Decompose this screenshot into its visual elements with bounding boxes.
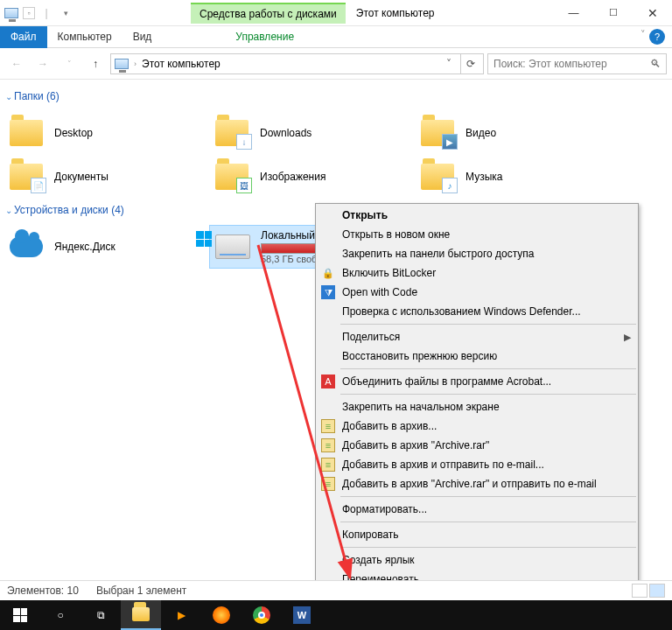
item-label: Яндекс.Диск (54, 241, 116, 253)
folder-music[interactable]: ♪Музыка (415, 155, 620, 199)
minimize-button[interactable]: — (554, 0, 593, 26)
folder-images[interactable]: 🖼Изображения (209, 155, 415, 199)
up-button[interactable]: ↑ (84, 52, 107, 75)
submenu-arrow-icon: ▶ (624, 332, 631, 343)
folder-video[interactable]: ▶Видео (415, 111, 620, 155)
window-controls: — ☐ ✕ (554, 0, 672, 26)
ctx-copy[interactable]: Копировать (316, 525, 638, 544)
search-placeholder: Поиск: Этот компьютер (494, 58, 607, 70)
ctx-open-new-window[interactable]: Открыть в новом окне (316, 225, 638, 244)
view-tiles-button[interactable] (649, 584, 665, 598)
ctx-add-archive[interactable]: ≡Добавить в архив... (316, 416, 638, 436)
chevron-right-icon: › (134, 60, 136, 68)
recent-dropdown[interactable]: ˅ (58, 52, 80, 75)
folder-documents[interactable]: 📄Документы (4, 155, 209, 199)
address-bar[interactable]: › Этот компьютер ˅ ⟳ (110, 53, 484, 74)
ctx-pin-quick-access[interactable]: Закрепить на панели быстрого доступа (316, 244, 638, 263)
separator (340, 394, 636, 395)
item-label: Документы (54, 171, 108, 183)
ctx-archive-email[interactable]: ≡Добавить в архив и отправить по e-mail.… (316, 455, 638, 474)
search-icon: 🔍︎ (650, 58, 661, 70)
status-bar: Элементов: 10 Выбран 1 элемент (0, 580, 672, 600)
separator (340, 547, 636, 548)
start-button[interactable] (0, 600, 40, 630)
ctx-open[interactable]: Открыть (316, 206, 638, 225)
word-icon: W (293, 606, 311, 624)
ctx-open-with-code[interactable]: ⧩Open with Code (316, 283, 638, 302)
ctx-add-archive-rar[interactable]: ≡Добавить в архив "Archive.rar" (316, 436, 638, 455)
bitlocker-icon: 🔒 (321, 266, 335, 280)
taskbar-word[interactable]: W (282, 600, 322, 630)
ribbon-collapse-icon[interactable]: ˅ (640, 29, 646, 40)
tab-file[interactable]: Файл (0, 26, 47, 48)
status-selected: Выбран 1 элемент (96, 584, 186, 597)
folder-downloads[interactable]: ↓Downloads (209, 111, 415, 155)
window-title: Этот компьютер (356, 7, 435, 19)
tab-manage[interactable]: Управление (225, 26, 304, 48)
ribbon-tabs: Файл Компьютер Вид Управление ˅ ? (0, 26, 672, 48)
tab-computer[interactable]: Компьютер (47, 26, 122, 48)
taskbar-media-player[interactable]: ▶ (161, 600, 201, 630)
chevron-down-icon: ⌄ (5, 92, 12, 102)
refresh-button[interactable]: ⟳ (460, 54, 480, 74)
qat-divider-icon: | (38, 5, 54, 21)
ctx-bitlocker[interactable]: 🔒Включить BitLocker (316, 263, 638, 283)
item-label: Downloads (260, 127, 312, 139)
item-label: Изображения (260, 171, 326, 183)
folders-section-label: Папки (6) (14, 90, 60, 102)
taskbar: ○ ⧉ ▶ W (0, 600, 672, 630)
ctx-windows-defender[interactable]: Проверка с использованием Windows Defend… (316, 302, 638, 321)
drive-yandex-disk[interactable]: Яндекс.Диск (4, 225, 209, 269)
devices-section-label: Устройства и диски (4) (14, 204, 124, 216)
qat-btn[interactable]: ▫ (23, 7, 35, 19)
folders-grid: Desktop ↓Downloads ▶Видео 📄Документы 🖼Из… (4, 111, 668, 199)
status-item-count: Элементов: 10 (7, 584, 79, 597)
folder-icon (132, 607, 150, 621)
qat-dropdown-icon[interactable]: ▾ (58, 5, 74, 21)
ctx-create-shortcut[interactable]: Создать ярлык (316, 550, 638, 570)
item-label: Desktop (54, 127, 93, 139)
contextual-tab-disk-tools[interactable]: Средства работы с дисками (191, 3, 346, 24)
images-overlay-icon: 🖼 (236, 178, 252, 193)
search-taskbar-button[interactable]: ○ (40, 600, 80, 630)
ctx-format[interactable]: Форматировать... (316, 500, 638, 519)
music-overlay-icon: ♪ (442, 178, 458, 193)
forward-button[interactable]: → (32, 52, 54, 75)
separator (340, 522, 636, 522)
ctx-restore-previous[interactable]: Восстановить прежнюю версию (316, 346, 638, 366)
address-pc-icon (115, 59, 129, 69)
quick-access-toolbar: ▫ | ▾ (0, 5, 77, 21)
view-details-button[interactable] (632, 584, 648, 598)
navigation-row: ← → ˅ ↑ › Этот компьютер ˅ ⟳ Поиск: Этот… (0, 48, 672, 80)
windows-logo-icon (13, 608, 27, 622)
download-overlay-icon: ↓ (236, 134, 252, 150)
task-view-button[interactable]: ⧉ (80, 600, 121, 630)
ctx-pin-start[interactable]: Закрепить на начальном экране (316, 397, 638, 416)
taskbar-explorer[interactable] (121, 600, 161, 630)
documents-overlay-icon: 📄 (31, 178, 46, 193)
search-icon: ○ (57, 609, 63, 621)
windows-flag-icon (196, 231, 212, 247)
close-button[interactable]: ✕ (633, 0, 672, 26)
taskbar-firefox[interactable] (201, 600, 242, 630)
separator (340, 496, 636, 497)
item-label: Видео (466, 127, 496, 139)
ctx-acrobat-combine[interactable]: AОбъединить файлы в программе Acrobat... (316, 372, 638, 391)
help-icon[interactable]: ? (649, 29, 665, 45)
video-overlay-icon: ▶ (442, 134, 458, 150)
ctx-share[interactable]: Поделиться▶ (316, 327, 638, 346)
tab-view[interactable]: Вид (122, 26, 163, 48)
context-menu: Открыть Открыть в новом окне Закрепить н… (315, 203, 639, 617)
separator (340, 324, 636, 325)
folder-desktop[interactable]: Desktop (4, 111, 209, 155)
ctx-archive-rar-email[interactable]: ≡Добавить в архив "Archive.rar" и отправ… (316, 474, 638, 494)
folders-section-header[interactable]: ⌄ Папки (6) (4, 85, 668, 111)
back-button[interactable]: ← (5, 52, 28, 75)
search-input[interactable]: Поиск: Этот компьютер 🔍︎ (487, 53, 667, 74)
address-dropdown-icon[interactable]: ˅ (443, 58, 455, 70)
address-text: Этот компьютер (142, 58, 220, 70)
winrar-icon: ≡ (321, 438, 335, 452)
taskbar-chrome[interactable] (242, 600, 282, 630)
vscode-icon: ⧩ (321, 285, 335, 299)
maximize-button[interactable]: ☐ (593, 0, 633, 26)
